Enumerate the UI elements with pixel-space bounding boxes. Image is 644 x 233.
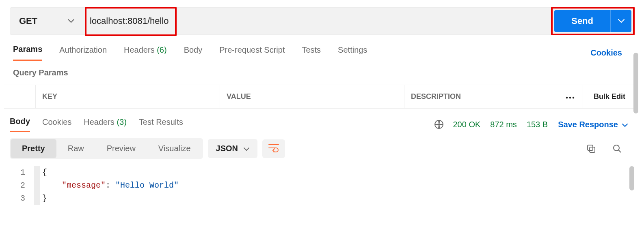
params-more-button[interactable]	[557, 85, 583, 108]
http-method-select[interactable]: GET	[10, 8, 83, 34]
body-view-controls: Pretty Raw Preview Visualize JSON	[10, 138, 634, 159]
view-raw[interactable]: Raw	[56, 139, 95, 158]
line-number: 1	[10, 166, 34, 179]
response-body-editor[interactable]: 1 { 2 "message": "Hello World" 3 }	[10, 166, 634, 205]
params-table-header: KEY VALUE DESCRIPTION Bulk Edit	[4, 85, 636, 109]
url-wrapper	[83, 8, 552, 34]
svg-rect-5	[588, 145, 593, 150]
tab-body[interactable]: Body	[184, 45, 203, 60]
send-wrapper: Send	[552, 8, 634, 34]
tab-tests[interactable]: Tests	[302, 45, 321, 60]
view-pretty[interactable]: Pretty	[11, 139, 56, 158]
wrap-lines-button[interactable]	[262, 139, 285, 158]
http-method-label: GET	[19, 16, 37, 26]
resp-tab-test-results[interactable]: Test Results	[139, 118, 183, 132]
more-icon	[566, 92, 575, 101]
code-line-3: 3 }	[10, 192, 634, 205]
wrap-icon	[268, 143, 279, 154]
svg-point-0	[566, 97, 567, 98]
chevron-down-icon	[622, 120, 628, 129]
svg-point-1	[569, 97, 571, 98]
send-dropdown[interactable]	[610, 10, 631, 32]
request-bar: GET Send	[10, 7, 634, 35]
save-response-button[interactable]: Save Response	[558, 120, 628, 129]
line-number: 2	[10, 179, 34, 192]
app-scrollbar[interactable]	[633, 53, 638, 113]
status-code: 200 OK	[453, 120, 480, 129]
params-col-value: VALUE	[220, 85, 404, 108]
request-url-input[interactable]	[83, 8, 552, 34]
line-number: 3	[10, 192, 34, 205]
body-right-icons	[586, 144, 622, 154]
send-button-label: Send	[554, 10, 610, 32]
bulk-edit-button[interactable]: Bulk Edit	[583, 85, 636, 108]
tab-settings[interactable]: Settings	[338, 45, 367, 60]
resp-tab-cookies[interactable]: Cookies	[42, 118, 71, 132]
svg-point-6	[614, 145, 619, 151]
resp-tab-headers[interactable]: Headers (3)	[84, 118, 127, 132]
format-select[interactable]: JSON	[208, 139, 257, 158]
tab-prerequest[interactable]: Pre-request Script	[219, 45, 285, 60]
send-button[interactable]: Send	[554, 10, 631, 32]
params-col-description: DESCRIPTION	[404, 85, 557, 108]
resp-tab-body[interactable]: Body	[10, 117, 30, 132]
view-visualize[interactable]: Visualize	[147, 139, 202, 158]
code-scrollbar[interactable]	[629, 166, 634, 201]
chevron-down-icon	[244, 144, 249, 153]
status-size: 153 B	[527, 120, 548, 129]
tab-params[interactable]: Params	[13, 45, 42, 61]
code-line-1: 1 {	[10, 166, 634, 179]
status-line: 200 OK 872 ms 153 B	[453, 120, 548, 129]
divider	[552, 119, 552, 130]
svg-point-2	[572, 97, 574, 98]
body-view-segmented: Pretty Raw Preview Visualize	[10, 138, 203, 159]
tab-headers[interactable]: Headers (6)	[124, 45, 167, 60]
view-preview[interactable]: Preview	[95, 139, 147, 158]
code-line-2: 2 "message": "Hello World"	[10, 179, 634, 192]
search-icon[interactable]	[612, 144, 622, 154]
response-tabs: Body Cookies Headers (3) Test Results 20…	[10, 117, 634, 133]
app-root: GET Send Params Authorization Headers (6…	[0, 7, 644, 205]
request-tabs: Params Authorization Headers (6) Body Pr…	[13, 45, 634, 61]
params-col-key: KEY	[36, 85, 220, 108]
params-checkbox-col	[4, 85, 36, 108]
tab-authorization[interactable]: Authorization	[59, 45, 107, 60]
status-time: 872 ms	[490, 120, 517, 129]
copy-icon[interactable]	[586, 144, 596, 154]
globe-icon[interactable]	[434, 120, 444, 129]
svg-rect-4	[590, 147, 595, 152]
chevron-down-icon	[68, 19, 74, 23]
cookies-link[interactable]: Cookies	[590, 48, 622, 58]
query-params-title: Query Params	[13, 68, 641, 77]
